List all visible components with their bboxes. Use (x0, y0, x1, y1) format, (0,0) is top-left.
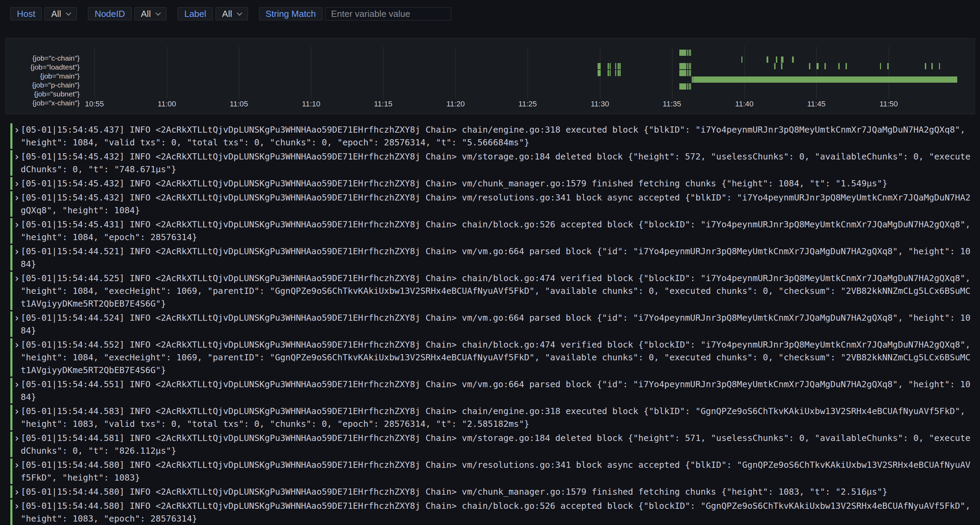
log-line-text: [05-01|15:54:45.431] INFO <2AcRkXTLLtQjv… (21, 218, 971, 244)
volume-bar-segment (925, 63, 926, 69)
expand-chevron-icon[interactable]: › (15, 338, 19, 351)
variable-label-host[interactable]: Host (10, 7, 42, 20)
volume-bar-segment (679, 63, 686, 69)
log-row[interactable]: ›[05-01|15:54:45.432] INFO <2AcRkXTLLtQj… (10, 177, 980, 190)
log-row[interactable]: ›[05-01|15:54:44.581] INFO <2AcRkXTLLtQj… (10, 431, 980, 457)
log-line-text: [05-01|15:54:44.580] INFO <2AcRkXTLLtQjv… (21, 458, 971, 484)
volume-bar-segment (939, 63, 940, 69)
log-line-text: [05-01|15:54:45.432] INFO <2AcRkXTLLtQjv… (21, 191, 971, 217)
variable-value-dropdown-label[interactable]: All (216, 7, 248, 20)
expand-chevron-icon[interactable]: › (15, 191, 19, 204)
axis-tick-label: 11:00 (158, 100, 176, 108)
variable-label-nodeid[interactable]: NodeID (88, 7, 131, 20)
legend-item[interactable]: {job="subnet"} (6, 90, 80, 98)
volume-bar-segment (690, 49, 691, 56)
string-match-label-text: String Match (266, 7, 316, 20)
variable-label-label[interactable]: Label (178, 7, 213, 20)
expand-chevron-icon[interactable]: › (15, 485, 19, 498)
variable-value-text: All (222, 7, 232, 20)
volume-bar-segment (931, 63, 933, 69)
expand-chevron-icon[interactable]: › (15, 500, 19, 512)
volume-bar-segment (741, 57, 743, 63)
volume-bar-segment (615, 63, 616, 69)
log-row[interactable]: ›[05-01|15:54:44.524] INFO <2AcRkXTLLtQj… (10, 311, 980, 337)
volume-bar-segment (687, 83, 688, 90)
variable-label-text: NodeID (94, 7, 125, 20)
volume-bar-segment (615, 70, 616, 76)
volume-bar-segment (619, 70, 621, 76)
volume-bar-segment (619, 63, 621, 69)
volume-bar-segment (816, 63, 818, 69)
volume-bar-segment (809, 63, 810, 69)
log-line-text: [05-01|15:54:44.552] INFO <2AcRkXTLLtQjv… (21, 338, 971, 376)
volume-bar-segment (608, 70, 609, 76)
volume-bar-segment (690, 70, 691, 76)
variable-value-dropdown-nodeid[interactable]: All (134, 7, 167, 20)
axis-tick-label: 11:15 (374, 100, 392, 108)
volume-bar-segment (690, 83, 691, 90)
legend-item[interactable]: {job="x-chain"} (6, 98, 80, 108)
volume-row (6, 70, 975, 76)
volume-bar-segment (887, 63, 889, 69)
volume-bar-segment (610, 70, 611, 76)
volume-bar-segment (689, 63, 690, 69)
log-row[interactable]: ›[05-01|15:54:44.580] INFO <2AcRkXTLLtQj… (10, 485, 980, 498)
log-line-text: [05-01|15:54:45.437] INFO <2AcRkXTLLtQjv… (21, 123, 971, 149)
expand-chevron-icon[interactable]: › (15, 311, 19, 324)
volume-row (6, 63, 975, 69)
variable-value-text: All (141, 7, 151, 20)
volume-bar-segment (781, 57, 783, 63)
expand-chevron-icon[interactable]: › (15, 405, 19, 417)
volume-bar-segment (617, 70, 619, 76)
string-match-group: String Match (259, 7, 451, 20)
variable-value-text: All (51, 7, 61, 20)
log-line-text: [05-01|15:54:44.580] INFO <2AcRkXTLLtQjv… (21, 485, 971, 498)
axis-tick-label: 11:20 (446, 100, 465, 108)
variable-label-text: Label (184, 7, 206, 20)
volume-bar-segment (687, 63, 688, 69)
variables-toolbar: HostAllNodeIDAllLabelAll String Match (0, 0, 980, 23)
log-row[interactable]: ›[05-01|15:54:44.580] INFO <2AcRkXTLLtQj… (10, 500, 980, 525)
log-rows-list: ›[05-01|15:54:45.437] INFO <2AcRkXTLLtQj… (0, 122, 980, 525)
log-row[interactable]: ›[05-01|15:54:44.580] INFO <2AcRkXTLLtQj… (10, 458, 980, 484)
log-line-text: [05-01|15:54:44.521] INFO <2AcRkXTLLtQjv… (21, 245, 971, 270)
expand-chevron-icon[interactable]: › (15, 218, 19, 231)
axis-tick-label: 11:05 (230, 100, 248, 108)
volume-bar-segment (838, 63, 839, 69)
log-row[interactable]: ›[05-01|15:54:45.432] INFO <2AcRkXTLLtQj… (10, 150, 980, 176)
log-line-text: [05-01|15:54:45.432] INFO <2AcRkXTLLtQjv… (21, 177, 971, 190)
log-row[interactable]: ›[05-01|15:54:44.525] INFO <2AcRkXTLLtQj… (10, 272, 980, 310)
volume-bar-segment (679, 49, 686, 56)
variable-value-dropdown-host[interactable]: All (45, 7, 77, 20)
log-row[interactable]: ›[05-01|15:54:44.551] INFO <2AcRkXTLLtQj… (10, 378, 980, 403)
expand-chevron-icon[interactable]: › (15, 150, 19, 163)
expand-chevron-icon[interactable]: › (15, 245, 19, 258)
volume-bar-segment (767, 57, 768, 63)
variable-dropdown-groups: HostAllNodeIDAllLabelAll (10, 7, 248, 20)
axis-tick-label: 10:55 (85, 100, 104, 108)
expand-chevron-icon[interactable]: › (15, 272, 19, 284)
chevron-down-icon (156, 10, 161, 16)
volume-bar-segment (689, 70, 690, 76)
expand-chevron-icon[interactable]: › (15, 378, 19, 391)
volume-bar-segment (679, 83, 686, 90)
expand-chevron-icon[interactable]: › (15, 431, 19, 444)
log-row[interactable]: ›[05-01|15:54:44.521] INFO <2AcRkXTLLtQj… (10, 245, 980, 270)
string-match-label[interactable]: String Match (259, 7, 322, 20)
log-row[interactable]: ›[05-01|15:54:45.431] INFO <2AcRkXTLLtQj… (10, 218, 980, 244)
expand-chevron-icon[interactable]: › (15, 177, 19, 190)
log-row[interactable]: ›[05-01|15:54:45.437] INFO <2AcRkXTLLtQj… (10, 123, 980, 149)
string-match-input[interactable] (325, 7, 451, 20)
expand-chevron-icon[interactable]: › (15, 123, 19, 136)
log-row[interactable]: ›[05-01|15:54:44.552] INFO <2AcRkXTLLtQj… (10, 338, 980, 376)
axis-tick-label: 11:10 (302, 100, 320, 108)
volume-row (6, 49, 975, 56)
volume-bar-segment (690, 63, 691, 69)
axis-tick-label: 11:35 (663, 100, 681, 108)
volume-bar-segment (824, 63, 826, 69)
expand-chevron-icon[interactable]: › (15, 458, 19, 471)
volume-bar-segment (617, 63, 619, 69)
chevron-down-icon (66, 10, 72, 16)
log-row[interactable]: ›[05-01|15:54:44.583] INFO <2AcRkXTLLtQj… (10, 405, 980, 430)
log-row[interactable]: ›[05-01|15:54:45.432] INFO <2AcRkXTLLtQj… (10, 191, 980, 217)
